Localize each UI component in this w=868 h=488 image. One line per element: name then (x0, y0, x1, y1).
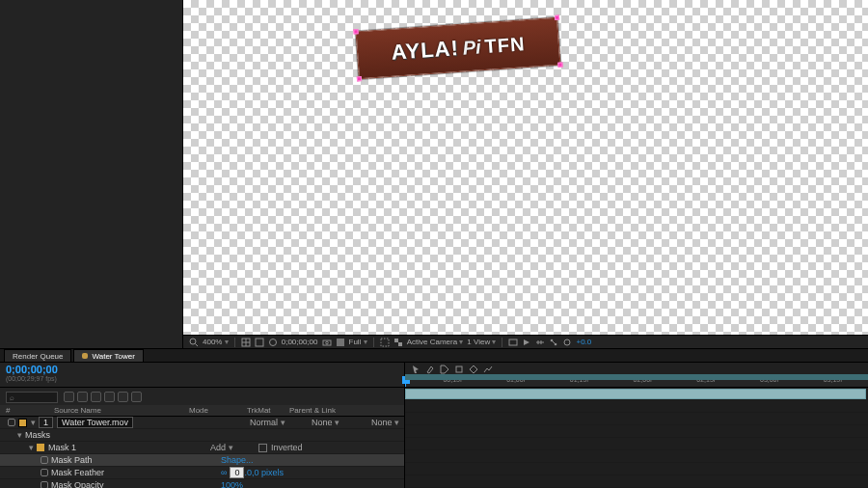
frame-blend-icon[interactable] (77, 392, 88, 402)
mask-mode-dropdown[interactable]: Add (210, 443, 249, 452)
transparency-toggle-icon[interactable] (393, 338, 403, 347)
work-area-bar[interactable] (405, 374, 868, 380)
trkmat-dropdown[interactable]: None (312, 418, 358, 427)
mask-vertex-handle[interactable] (555, 15, 559, 20)
art-text-a: AYLA! (391, 36, 460, 66)
twirl-icon[interactable]: ▾ (31, 418, 39, 427)
marker-icon[interactable] (454, 365, 464, 374)
blend-mode-dropdown[interactable]: Normal (250, 418, 304, 427)
col-source-name[interactable]: Source Name (54, 406, 189, 415)
mask-vertex-handle[interactable] (557, 62, 562, 67)
timeline-tabs: Render Queue Water Tower (0, 349, 868, 363)
mask-row[interactable]: ▾ Mask 1 Add Inverted (0, 442, 404, 454)
twirl-icon[interactable]: ▾ (17, 430, 25, 440)
svg-rect-5 (256, 339, 263, 346)
svg-rect-12 (398, 342, 402, 346)
mask-color-swatch[interactable] (37, 444, 44, 451)
parent-dropdown[interactable]: None (371, 418, 399, 427)
graph-editor-icon[interactable] (104, 392, 115, 402)
svg-point-6 (269, 339, 276, 345)
tab-render-queue[interactable]: Render Queue (4, 349, 71, 362)
magnify-icon[interactable] (189, 338, 199, 347)
video-toggle-icon[interactable] (8, 419, 15, 426)
stopwatch-icon[interactable] (41, 469, 48, 476)
svg-line-1 (196, 343, 199, 346)
layer-color-swatch[interactable] (18, 419, 27, 427)
twirl-icon[interactable]: ▾ (29, 443, 37, 452)
timeline-left-pane: 0;00;00;00 (00;00;29;97 fps) # Source Na… (0, 363, 405, 488)
camera-dropdown[interactable]: Active Camera (407, 338, 464, 346)
composition-viewer: AYLA! Pi TFN 400% (183, 0, 868, 348)
viewer-canvas[interactable]: AYLA! Pi TFN (183, 0, 868, 335)
zoom-dropdown[interactable]: 400% (203, 338, 229, 346)
draft3d-icon[interactable] (118, 392, 128, 402)
snapshot-icon[interactable] (322, 338, 332, 347)
roi-icon[interactable] (380, 338, 390, 347)
layer-search-input[interactable] (6, 392, 58, 403)
svg-point-0 (190, 339, 196, 344)
layer-track[interactable] (405, 388, 868, 400)
stopwatch-icon[interactable] (41, 481, 48, 488)
art-text-b: Pi (462, 36, 481, 59)
motion-blur-icon[interactable] (91, 392, 101, 402)
mask-name[interactable]: Mask 1 (48, 443, 210, 452)
layer-name[interactable]: Water Tower.mov (57, 417, 133, 428)
svg-rect-13 (509, 339, 517, 345)
pen-tool-icon[interactable] (425, 365, 435, 374)
svg-line-19 (553, 341, 555, 343)
resolution-dropdown[interactable]: Full (349, 338, 367, 346)
art-text-c: TFN (484, 33, 526, 58)
mask-vertex-handle[interactable] (353, 29, 358, 34)
keyframe-nav-icon[interactable] (469, 365, 478, 374)
col-parent: Parent & Link (289, 406, 404, 415)
mask-feather-suffix: .0,0 pixels (244, 468, 284, 477)
left-side-panel (0, 0, 183, 348)
timeline-frame-info: (00;00;29;97 fps) (6, 375, 398, 382)
mask-opacity-value[interactable]: 100% (221, 480, 243, 488)
grid-toggle-icon[interactable] (241, 338, 251, 347)
svg-rect-9 (337, 339, 344, 346)
reset-exposure-icon[interactable] (562, 338, 572, 347)
channel-icon[interactable] (336, 338, 345, 347)
shy-toggle-icon[interactable] (64, 392, 74, 402)
mask-inverted-checkbox[interactable] (258, 444, 267, 452)
mask-visibility-icon[interactable] (268, 338, 278, 347)
svg-point-8 (325, 341, 328, 344)
layer-row[interactable]: ▾ 1 Water Tower.mov Normal None None (0, 417, 404, 429)
tab-composition[interactable]: Water Tower (73, 349, 143, 362)
comp-color-swatch-icon (82, 353, 88, 359)
layer-clip[interactable] (405, 389, 866, 399)
mask-feather-input[interactable]: 0 (230, 467, 244, 478)
tag-icon[interactable] (440, 365, 449, 374)
flowchart-icon[interactable] (549, 338, 558, 347)
pointer-tool-icon[interactable] (411, 365, 420, 374)
timeline-current-time[interactable]: 0;00;00;00 (6, 365, 398, 375)
guides-toggle-icon[interactable] (255, 338, 264, 347)
constrain-proportions-icon[interactable]: ∞ (221, 468, 227, 477)
mask-feather-row[interactable]: Mask Feather ∞ 0 .0,0 pixels (0, 467, 404, 479)
render-time-icon[interactable] (131, 392, 142, 402)
fast-preview-icon[interactable] (522, 338, 531, 347)
mask-opacity-label: Mask Opacity (51, 480, 221, 488)
mask-opacity-row[interactable]: Mask Opacity 100% (0, 479, 404, 488)
tab-composition-label: Water Tower (92, 352, 134, 361)
exposure-value[interactable]: +0.0 (576, 338, 591, 346)
col-trkmat: TrkMat (247, 406, 289, 415)
graph-icon[interactable] (483, 365, 493, 374)
col-index: # (6, 406, 54, 415)
timeline-right-pane: 00;15f01;00f01;15f02;00f02;15f03;00f03;1… (405, 363, 868, 488)
layer-index: 1 (39, 417, 53, 428)
svg-rect-10 (381, 339, 389, 346)
views-dropdown[interactable]: 1 View (467, 338, 496, 346)
mask-vertex-handle[interactable] (357, 76, 362, 81)
current-time-display[interactable]: 0;00;00;00 (282, 338, 318, 346)
mask-path-value[interactable]: Shape... (221, 455, 254, 465)
timeline-icon[interactable] (535, 338, 545, 347)
stopwatch-icon[interactable] (41, 456, 48, 464)
timeline-tracks[interactable] (405, 388, 868, 488)
pixel-aspect-icon[interactable] (508, 338, 518, 347)
svg-rect-11 (394, 339, 398, 342)
mask-path-row[interactable]: Mask Path Shape... (0, 454, 404, 467)
mask-path-label: Mask Path (51, 455, 221, 465)
masks-group-row[interactable]: ▾ Masks (0, 429, 404, 442)
